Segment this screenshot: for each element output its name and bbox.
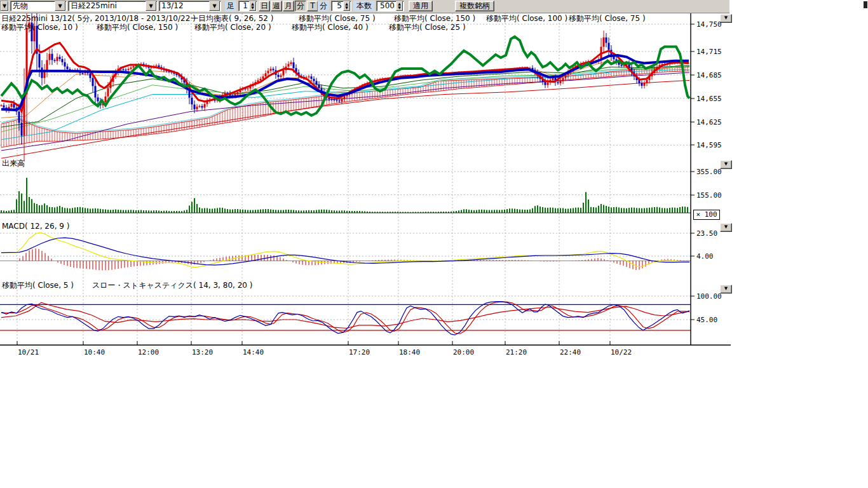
time-axis-label: 14:40	[243, 348, 264, 356]
bar-type-label: 足	[225, 1, 236, 11]
value-axis-label: 100.00	[696, 292, 722, 301]
macd-pane-label: MACD( 12, 26, 9 )	[2, 222, 69, 231]
time-axis-label: 21:20	[506, 348, 527, 356]
time-axis-label: 10:40	[84, 348, 105, 356]
period-button-週[interactable]: 週	[271, 1, 282, 11]
chevron-down-icon: ▼	[724, 286, 728, 291]
legend-item: 移動平均( Close, 10 )	[1, 22, 78, 33]
spinner-icon[interactable]: ▲▼	[396, 1, 403, 11]
time-axis-label: 22:40	[560, 348, 581, 356]
chevron-down-icon: ▼	[209, 1, 220, 11]
time-axis-label: 18:40	[399, 348, 420, 356]
chevron-down-icon: ▼	[1, 1, 8, 11]
volume-pane-label: 出来高	[2, 158, 25, 169]
time-axis-label: 10/21	[18, 348, 39, 356]
bar-interval-stepper[interactable]: 1 ▲▼	[238, 1, 257, 11]
chevron-down-icon: ▼	[55, 1, 65, 11]
toolbar: ▼ 先物 ▼ 日経225mini ▼ 13/12 ▼ 足 1 ▲▼ 日週月分T …	[0, 0, 729, 13]
chevron-down-icon: ▼	[724, 224, 728, 229]
value-axis-label: 4.00	[696, 252, 714, 261]
legend-item: 移動平均( Close, 75 )	[569, 13, 646, 24]
time-axis-label: 13:20	[192, 348, 213, 356]
value-axis-label: 14,595	[696, 141, 722, 149]
stoch-pane-dropdown-button[interactable]: ▼	[720, 285, 732, 294]
legend-item: 移動平均( Close, 40 )	[292, 22, 369, 33]
multi-symbol-button[interactable]: 複数銘柄	[455, 1, 494, 11]
macd-pane-dropdown-button[interactable]: ▼	[720, 223, 732, 232]
category-select[interactable]: 先物 ▼	[10, 1, 67, 11]
time-axis-label: 12:00	[138, 348, 159, 356]
legend-item: 移動平均( Close, 100 )	[486, 13, 567, 24]
value-axis-label: 155.00	[696, 191, 722, 200]
minute-unit-label: 分	[318, 1, 329, 11]
contract-month-select[interactable]: 13/12 ▼	[159, 1, 221, 11]
legend-item: 移動平均( Close, 150 )	[97, 22, 178, 33]
value-axis-label: 355.00	[696, 168, 722, 176]
value-axis-label: 45.00	[696, 316, 717, 324]
value-axis-label: 14,625	[696, 118, 722, 126]
period-button-日[interactable]: 日	[259, 1, 270, 11]
bar-count-stepper[interactable]: 500 ▲▼	[376, 1, 404, 11]
minute-value-stepper[interactable]: 5 ▲▼	[331, 1, 351, 11]
bar-count-label: 本数	[353, 1, 375, 11]
value-axis-label: 14,750	[696, 20, 722, 29]
value-axis-label: 14,655	[696, 95, 722, 103]
time-axis-label: 20:00	[453, 348, 474, 356]
symbol-select[interactable]: 日経225mini ▼	[68, 1, 158, 11]
stoch-pane-label: スロー・ストキャスティクス( 14, 3, 80, 20 )	[92, 280, 252, 291]
stoch-ma-label: 移動平均( Close, 5 )	[2, 280, 74, 291]
chart-canvas[interactable]	[0, 0, 737, 365]
chevron-down-icon: ▼	[724, 161, 728, 166]
period-button-T[interactable]: T	[307, 1, 318, 11]
apply-button[interactable]: 適用	[409, 1, 433, 11]
time-axis-label: 17:20	[349, 348, 370, 356]
legend-item: 移動平均( Close, 25 )	[389, 22, 466, 33]
spinner-icon[interactable]: ▲▼	[343, 1, 350, 11]
window-corner-icon[interactable]	[864, 1, 867, 8]
chart-application-window: 日経225mini 13/12( 5分, 2013/10/18 - 2013/1…	[0, 0, 868, 488]
history-dropdown-button[interactable]: ▼	[0, 1, 9, 11]
spinner-icon[interactable]: ▲▼	[249, 1, 256, 11]
period-button-分[interactable]: 分	[295, 1, 306, 11]
time-axis-label: 10/22	[611, 348, 632, 356]
value-axis-label: 14,685	[696, 71, 722, 79]
volume-multiplier-badge: × 100	[693, 210, 720, 220]
legend-item: 移動平均( Close, 20 )	[194, 22, 271, 33]
value-axis-label: 23.50	[696, 229, 717, 238]
value-axis-label: 14,715	[696, 48, 722, 56]
price-pane-dropdown-button[interactable]: ▼	[720, 14, 732, 23]
chevron-down-icon: ▼	[146, 1, 156, 11]
chevron-down-icon: ▼	[724, 15, 728, 20]
volume-pane-dropdown-button[interactable]: ▼	[720, 160, 732, 169]
period-button-月[interactable]: 月	[283, 1, 294, 11]
